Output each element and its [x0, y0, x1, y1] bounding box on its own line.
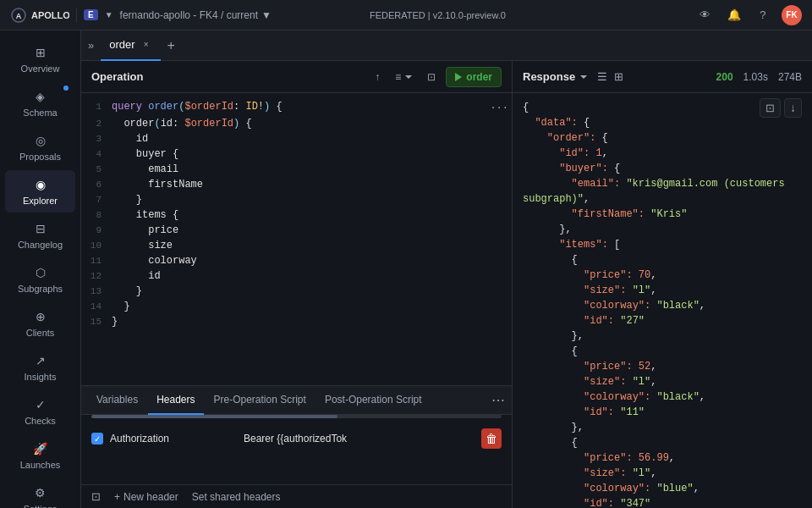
- tab-add-button[interactable]: +: [164, 39, 178, 52]
- tab-headers-label: Headers: [156, 394, 195, 406]
- help-icon[interactable]: ?: [753, 5, 773, 25]
- changelog-icon: ⊟: [33, 221, 48, 236]
- line-number: 3: [81, 133, 112, 144]
- copy-button[interactable]: ⊡: [422, 69, 441, 86]
- code-line: 14 }: [81, 300, 512, 315]
- copy-response-button[interactable]: ⊡: [760, 98, 781, 118]
- sidebar-item-clients[interactable]: ⊕ Clients: [5, 302, 75, 345]
- line-number: 10: [81, 240, 112, 251]
- filter-icon: ☰: [597, 70, 607, 83]
- play-icon: [455, 73, 462, 81]
- share-icon: ↑: [375, 71, 380, 83]
- bottom-tab-more[interactable]: ⋯: [491, 392, 505, 408]
- dropdown-arrow: [405, 75, 412, 79]
- operation-header: Operation ↑ ≡ ⊡: [81, 61, 512, 93]
- tab-pre-op[interactable]: Pre-Operation Script: [206, 386, 315, 415]
- footer-icon[interactable]: ⊡: [91, 490, 101, 503]
- sidebar-item-changelog[interactable]: ⊟ Changelog: [5, 214, 75, 257]
- sidebar-item-proposals[interactable]: ◎ Proposals: [5, 126, 75, 168]
- sidebar-item-insights[interactable]: ↗ Insights: [5, 346, 75, 389]
- code-line: 12 id: [81, 269, 512, 284]
- settings-icon: ⚙: [33, 485, 48, 500]
- code-editor[interactable]: 1query order($orderId: ID!) {···2 order(…: [81, 93, 512, 385]
- visibility-icon[interactable]: 👁: [695, 5, 716, 25]
- bell-icon[interactable]: 🔔: [724, 5, 744, 25]
- sidebar-item-explorer[interactable]: ◉ Explorer: [5, 170, 75, 213]
- line-number: 4: [81, 148, 112, 159]
- code-line: 9 price: [81, 224, 512, 239]
- line-content: items {: [112, 209, 178, 221]
- sidebar-item-label: Subgraphs: [18, 284, 63, 294]
- sidebar-item-label: Schema: [23, 108, 57, 118]
- operation-title: Operation: [91, 70, 143, 83]
- line-number: 7: [81, 194, 112, 205]
- tab-variables-label: Variables: [96, 394, 138, 406]
- code-line: 10 size: [81, 239, 512, 254]
- sidebar-item-overview[interactable]: ⊞ Overview: [5, 38, 75, 80]
- line-content: size: [112, 240, 173, 251]
- tab-order[interactable]: order ×: [101, 30, 160, 61]
- sidebar-item-checks[interactable]: ✓ Checks: [5, 390, 75, 433]
- tab-post-op-label: Post-Operation Script: [325, 394, 422, 406]
- header-delete-button[interactable]: 🗑: [481, 428, 502, 449]
- subgraphs-icon: ⬡: [33, 265, 48, 280]
- checkmark-icon: ✓: [94, 434, 101, 444]
- proposals-icon: ◎: [33, 133, 48, 148]
- left-panel: Operation ↑ ≡ ⊡: [81, 61, 513, 508]
- line-number: 14: [81, 301, 112, 312]
- copy-buttons: ⊡ ↓: [760, 98, 802, 118]
- download-response-button[interactable]: ↓: [784, 98, 802, 118]
- tab-bar: » order × +: [81, 30, 812, 61]
- line-number: 12: [81, 270, 112, 281]
- sidebar-item-subgraphs[interactable]: ⬡ Subgraphs: [5, 258, 75, 301]
- sidebar-item-label: Explorer: [23, 196, 58, 206]
- branch-dropdown-icon[interactable]: ▼: [261, 9, 272, 21]
- shared-headers-button[interactable]: Set shared headers: [192, 491, 281, 503]
- run-label: order: [466, 71, 492, 83]
- tab-headers[interactable]: Headers: [148, 386, 203, 415]
- line-content: email: [112, 163, 178, 175]
- more-options[interactable]: ···: [486, 101, 512, 116]
- line-content: }: [112, 316, 118, 328]
- line-content: id: [112, 270, 161, 282]
- tab-label: order: [109, 38, 134, 51]
- response-dropdown-arrow[interactable]: [580, 75, 587, 79]
- content-area: » order × + Operation ↑ ≡: [81, 30, 812, 508]
- sidebar-item-schema[interactable]: ◈ Schema: [5, 82, 75, 124]
- line-number: 5: [81, 163, 112, 174]
- tab-close-button[interactable]: ×: [140, 39, 152, 51]
- line-content: colorway: [112, 255, 197, 267]
- tab-panel-collapse[interactable]: »: [88, 39, 94, 52]
- sidebar-item-settings[interactable]: ⚙ Settings: [5, 478, 75, 508]
- code-line: 13 }: [81, 284, 512, 300]
- share-button[interactable]: ↑: [370, 69, 385, 86]
- plus-icon: +: [114, 491, 120, 503]
- insights-icon: ↗: [33, 353, 48, 368]
- avatar[interactable]: FK: [782, 5, 802, 25]
- code-line: 7 }: [81, 193, 512, 208]
- run-button[interactable]: order: [446, 67, 502, 87]
- new-header-button[interactable]: + New header: [114, 491, 178, 503]
- line-number: 6: [81, 179, 112, 190]
- line-content: price: [112, 224, 178, 236]
- response-filter-button[interactable]: ☰: [597, 70, 607, 83]
- format-dropdown[interactable]: ≡: [390, 69, 417, 86]
- copy-icon: ⊡: [765, 102, 775, 114]
- tab-pre-op-label: Pre-Operation Script: [214, 394, 306, 406]
- response-title: Response: [523, 70, 587, 83]
- header-key-input[interactable]: [110, 433, 237, 444]
- line-content: order(id: $orderId) {: [112, 118, 252, 130]
- headers-footer: ⊡ + New header Set shared headers: [81, 484, 512, 508]
- line-number: 2: [81, 118, 112, 129]
- response-table-button[interactable]: ⊞: [614, 70, 623, 83]
- header-value-input[interactable]: [244, 433, 475, 444]
- dropdown-arrow-badge[interactable]: ▼: [105, 10, 113, 19]
- tab-variables[interactable]: Variables: [88, 386, 146, 415]
- main-layout: ⊞ Overview ◈ Schema ◎ Proposals ◉ Explor…: [0, 30, 812, 508]
- header-enabled-checkbox[interactable]: ✓: [91, 433, 103, 444]
- overview-icon: ⊞: [33, 45, 48, 60]
- sidebar-item-launches[interactable]: 🚀 Launches: [5, 434, 75, 477]
- line-number: 1: [81, 101, 112, 112]
- tab-post-op[interactable]: Post-Operation Script: [316, 386, 431, 415]
- sidebar-item-label: Settings: [24, 504, 58, 508]
